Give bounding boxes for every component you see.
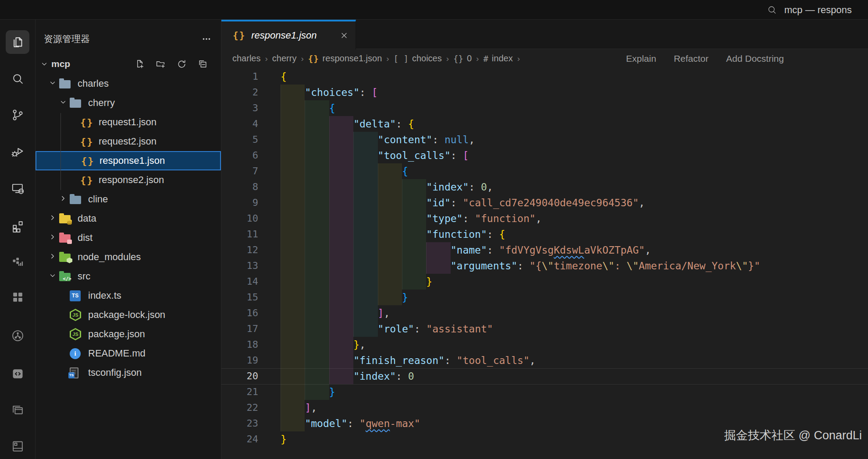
folder-icon [70, 98, 85, 108]
breadcrumb-label: charles [232, 53, 260, 64]
line-number: 13 [221, 258, 258, 274]
folder-icon [59, 79, 75, 88]
breadcrumb-separator: › [386, 54, 389, 64]
tree-item-response1.json[interactable]: {}response1.json [36, 151, 221, 170]
code-line-19: "finish_reason": "tool_calls", [281, 353, 868, 368]
windows-icon[interactable] [6, 398, 29, 422]
remote-explorer-icon[interactable] [6, 177, 29, 200]
line-number: 14 [221, 274, 258, 290]
tab-close-icon[interactable] [340, 31, 349, 40]
tree-item-response2.json[interactable]: {}response2.json [36, 170, 221, 190]
json-braces-icon: {} [80, 175, 94, 186]
tree-item-cherry[interactable]: cherry [36, 93, 221, 113]
code-text: } [281, 434, 287, 445]
ai-action-explain[interactable]: Explain [626, 53, 656, 64]
folder-icon: </> [59, 272, 75, 281]
line-number: 17 [221, 321, 258, 337]
breadcrumb-item-index[interactable]: #index [483, 53, 512, 64]
tree-item-dist[interactable]: dist [36, 228, 221, 247]
tree-item-label: data [78, 213, 96, 224]
tree-item-cline[interactable]: cline [36, 190, 221, 209]
new-folder-icon[interactable] [155, 58, 167, 70]
code-line-13: "arguments": "{\"timezone\": \"America/N… [281, 258, 868, 274]
sidebar-title: 资源管理器 [44, 33, 90, 45]
tree-item-data[interactable]: data [36, 209, 221, 228]
vscode-window: mcp — respons 资源管理器 mcp charlescherry{}r… [0, 0, 868, 459]
line-number: 11 [221, 226, 258, 242]
search-icon[interactable] [6, 67, 29, 91]
more-actions-icon[interactable] [200, 32, 213, 46]
chevron-down-icon [59, 97, 70, 109]
code-text: "model": "qwen-max" [281, 418, 420, 429]
circle-nodes-icon[interactable] [6, 324, 29, 347]
tree-item-README.md[interactable]: iREADME.md [36, 344, 221, 363]
json-braces-icon: {} [80, 117, 94, 128]
tree-item-charles[interactable]: charles [36, 74, 221, 93]
source-control-icon[interactable] [6, 103, 29, 127]
container-code-icon[interactable] [6, 362, 29, 385]
folder-icon [59, 252, 75, 262]
code-text: { [281, 166, 408, 177]
code-text: "arguments": "{\"timezone\": \"America/N… [281, 260, 760, 272]
breadcrumb-label: index [492, 53, 513, 64]
tree-item-src[interactable]: </>src [36, 267, 221, 286]
tree-item-request2.json[interactable]: {}request2.json [36, 132, 221, 151]
tsconfig-icon: TS [70, 367, 78, 378]
line-number: 3 [221, 100, 258, 116]
sidebar-header: 资源管理器 [44, 30, 213, 48]
line-number: 7 [221, 163, 258, 179]
code-line-18: }, [281, 337, 868, 353]
ai-action-refactor[interactable]: Refactor [674, 53, 708, 64]
explorer-sidebar: 资源管理器 mcp charlescherry{}request1.json{}… [36, 20, 221, 459]
breadcrumb-label: cherry [272, 53, 297, 64]
workspace-section-header[interactable]: mcp [39, 56, 213, 72]
line-number: 5 [221, 132, 258, 148]
refresh-icon[interactable] [176, 58, 188, 70]
code-text: ], [281, 402, 317, 413]
line-number: 19 [221, 353, 258, 368]
blocks-chart-icon[interactable] [6, 250, 29, 273]
code-text: } [281, 292, 408, 303]
command-center[interactable]: mcp — respons [766, 0, 852, 20]
new-file-icon[interactable] [134, 58, 146, 70]
tree-item-package.json[interactable]: JSpackage.json [36, 325, 221, 344]
tree-item-label: response2.json [99, 174, 164, 186]
tab-response1-json[interactable]: {} response1.json [221, 20, 356, 49]
tree-item-request1.json[interactable]: {}request1.json [36, 113, 221, 132]
breadcrumb-item-0[interactable]: {}0 [453, 53, 472, 64]
line-number: 1 [221, 69, 258, 85]
code-line-17: "role": "assistant" [281, 321, 868, 337]
code-line-15: } [281, 290, 868, 305]
layout-icon[interactable] [6, 434, 29, 458]
tree-item-index.ts[interactable]: TSindex.ts [36, 286, 221, 305]
title-bar: mcp — respons [0, 0, 868, 20]
code-line-21: } [281, 384, 868, 400]
chevron-right-icon [49, 213, 59, 224]
grid-icon[interactable] [6, 285, 29, 309]
tree-item-node_modules[interactable]: node_modules [36, 247, 221, 267]
collapse-all-icon[interactable] [197, 58, 209, 70]
code-text: "name": "fdVYgVsgKdswLaVkOZTpAG", [281, 244, 651, 256]
breadcrumb-item-response1.json[interactable]: {}response1.json [308, 53, 382, 64]
breadcrumb-separator: › [476, 54, 479, 64]
ai-action-add-docstring[interactable]: Add Docstring [726, 53, 784, 64]
line-number: 21 [221, 384, 258, 400]
code-text: "tool_calls": [ [281, 150, 469, 161]
line-number: 16 [221, 305, 258, 321]
breadcrumb-item-charles[interactable]: charles [232, 53, 260, 64]
code-text: "delta": { [281, 118, 414, 130]
tree-item-tsconfig.json[interactable]: TStsconfig.json [36, 363, 221, 382]
code-line-20: "index": 0 [281, 368, 868, 384]
explorer-icon[interactable] [6, 30, 29, 54]
line-number: 2 [221, 85, 258, 100]
extensions-icon[interactable] [6, 214, 29, 238]
tree-item-package-lock.json[interactable]: JSpackage-lock.json [36, 305, 221, 325]
run-debug-icon[interactable] [6, 140, 29, 163]
line-number: 15 [221, 290, 258, 305]
file-tree: charlescherry{}request1.json{}request2.j… [36, 74, 221, 382]
watermark: 掘金技术社区 @ ConardLi [724, 427, 862, 443]
breadcrumb-item-choices[interactable]: [ ]choices [394, 53, 442, 64]
code-line-7: { [281, 163, 868, 179]
code-text: "content": null, [281, 134, 475, 145]
breadcrumb-item-cherry[interactable]: cherry [272, 53, 297, 64]
